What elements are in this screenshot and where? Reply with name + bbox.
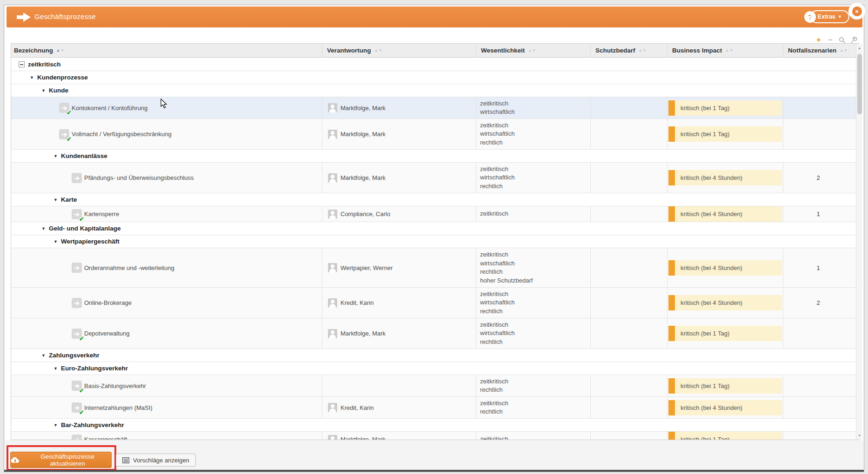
checked-icon: ✔ — [79, 387, 84, 394]
impact-badge: kritisch (bei 1 Tag) — [668, 432, 782, 440]
column-header-bezeichnung[interactable]: Bezeichnung▲▼ — [11, 44, 322, 57]
tree-group-row[interactable]: ▼Kundenanlässe — [11, 150, 859, 163]
process-row[interactable]: ➔Online-BrokerageKredit, Karinzeitkritis… — [11, 288, 859, 318]
sort-arrows-icon[interactable]: ▲▼ — [374, 48, 382, 53]
tree-group-row[interactable]: ▼Karte — [11, 193, 859, 206]
impact-severity-bar — [668, 326, 675, 341]
process-row[interactable]: ➔✔Basis-Zahlungsverkehrzeitkritischrecht… — [11, 375, 859, 397]
group-label: Bar-Zahlungsverkehr — [61, 421, 124, 428]
process-icon: ➔✔ — [72, 402, 82, 413]
process-row[interactable]: ➔✔Kontokorrent / KontoführungMarktfolge,… — [11, 97, 859, 119]
scroll-up-icon[interactable]: ▲ — [856, 45, 862, 51]
process-name: Orderannahme und -weiterleitung — [84, 264, 174, 271]
protection-need-cell — [591, 375, 668, 396]
collapse-triangle-icon[interactable]: ▼ — [53, 423, 58, 428]
collapse-triangle-icon[interactable]: ▼ — [41, 353, 46, 358]
person-icon — [328, 173, 337, 183]
impact-badge: kritisch (bei 4 Stunden) — [668, 400, 782, 415]
impact-badge: kritisch (bei 1 Tag) — [668, 326, 782, 341]
process-row[interactable]: ➔✔DepotverwaltungMarktfolge, Markzeitkri… — [11, 318, 859, 349]
search-icon[interactable] — [838, 36, 846, 44]
sort-arrows-icon[interactable]: ▲▼ — [56, 48, 64, 53]
impact-severity-bar — [668, 100, 675, 116]
group-label: Wertpapiergeschäft — [61, 238, 120, 245]
impact-badge: kritisch (bei 4 Stunden) — [668, 260, 782, 276]
show-suggestions-button[interactable]: Vorschläge anzeigen — [116, 454, 196, 467]
materiality-list: zeitkritischwirtschaftlichrechtlich — [480, 321, 514, 347]
person-icon — [328, 210, 337, 219]
tree-group-row[interactable]: ▼Bar-Zahlungsverkehr — [11, 419, 859, 432]
responsible-person: Kredit, Karin — [341, 299, 374, 306]
impact-label: kritisch (bei 1 Tag) — [675, 382, 729, 389]
tree-group-row[interactable]: ▼Kunde — [11, 84, 859, 97]
collapse-triangle-icon[interactable]: ▼ — [41, 88, 46, 93]
process-row[interactable]: ➔Orderannahme und -weiterleitungWertpapi… — [11, 248, 859, 288]
materiality-list: zeitkritischwirtschaftlichrechtlich — [480, 165, 514, 191]
extras-button[interactable]: Extras ▼ — [810, 10, 849, 23]
process-row[interactable]: ➔KassengeschäftMarktfolge, Markzeitkriti… — [11, 432, 859, 440]
person-icon — [328, 103, 337, 112]
responsible-person: Marktfolge, Mark — [341, 174, 386, 181]
tree-group-row[interactable]: ▼Geld- und Kapitalanlage — [11, 222, 859, 235]
process-name: Kassengeschäft — [84, 436, 127, 440]
process-name: Depotverwaltung — [84, 330, 130, 337]
column-header-business_impact[interactable]: Business Impact▲▼ — [668, 44, 783, 57]
collapse-triangle-icon[interactable]: ▼ — [53, 366, 58, 371]
process-row[interactable]: ➔✔KartensperreCompliance, Carlozeitkriti… — [11, 206, 859, 222]
checked-icon: ✔ — [79, 409, 84, 416]
person-icon — [328, 403, 337, 412]
column-label: Wesentlichkeit — [481, 47, 525, 54]
protection-need-cell — [591, 288, 668, 318]
impact-severity-bar — [668, 206, 675, 222]
responsible-person: Wertpapier, Werner — [341, 264, 393, 271]
scenario-count — [783, 119, 853, 149]
collapse-triangle-icon[interactable]: ▼ — [53, 198, 58, 202]
tree-group-row[interactable]: ▼Wertpapiergeschäft — [11, 235, 859, 248]
sort-arrows-icon[interactable]: ▲▼ — [840, 48, 848, 53]
collapse-triangle-icon[interactable]: ▼ — [41, 226, 46, 231]
scrollbar-thumb[interactable] — [857, 54, 862, 114]
tree-group-row[interactable]: ▼Euro-Zahlungsverkehr — [11, 362, 859, 375]
collapse-triangle-icon[interactable]: ▼ — [30, 75, 34, 80]
collapse-triangle-icon[interactable]: ▼ — [53, 239, 58, 244]
impact-label: kritisch (bei 4 Stunden) — [675, 211, 742, 217]
group-label: Zahlungsverkehr — [49, 352, 100, 359]
protection-need-cell — [591, 206, 668, 222]
sort-arrows-icon[interactable]: ▲▼ — [528, 48, 536, 53]
column-header-wesentlichkeit[interactable]: Wesentlichkeit▲▼ — [476, 44, 591, 57]
table-header-row: Bezeichnung▲▼Verantwortung▲▼Wesentlichke… — [11, 44, 859, 58]
process-icon: ➔ — [72, 434, 82, 440]
column-header-notfallszenarien[interactable]: Notfallszenarien▲▼ — [783, 44, 853, 57]
process-row[interactable]: ➔Pfändungs- und ÜberweisungsbeschlussMar… — [11, 163, 859, 193]
settings-wrench-icon[interactable] — [850, 36, 857, 44]
sort-arrows-icon[interactable]: ▲▼ — [725, 48, 733, 53]
group-label: Karte — [61, 196, 77, 203]
scroll-down-icon[interactable]: ▼ — [856, 432, 862, 439]
group-label: Geld- und Kapitalanlage — [49, 225, 121, 232]
process-row[interactable]: ➔✔Vollmacht / VerfügungsbeschränkungMark… — [11, 119, 859, 150]
column-header-schutzbedarf[interactable]: Schutzbedarf▲▼ — [591, 44, 668, 57]
process-icon: ➔ — [72, 173, 82, 183]
collapse-minus-icon[interactable] — [19, 61, 25, 67]
update-processes-button[interactable]: Geschäftsprozesse aktualisieren — [10, 452, 112, 468]
impact-severity-bar — [668, 260, 675, 276]
remove-icon[interactable]: − — [827, 36, 834, 44]
add-icon[interactable]: + — [815, 36, 822, 44]
tree-group-row[interactable]: ▼Kundenprozesse — [11, 71, 859, 84]
impact-severity-bar — [668, 126, 675, 142]
vertical-scrollbar[interactable]: ▲ ▼ — [856, 44, 862, 440]
checked-icon: ✔ — [79, 335, 84, 342]
impact-severity-bar — [668, 295, 675, 310]
collapse-triangle-icon[interactable]: ▼ — [53, 154, 58, 158]
sort-arrows-icon[interactable]: ▲▼ — [639, 48, 647, 53]
close-icon[interactable]: × — [852, 7, 862, 16]
column-header-verantwortung[interactable]: Verantwortung▲▼ — [322, 44, 476, 57]
tree-group-row[interactable]: ▼Zahlungsverkehr — [11, 349, 859, 362]
materiality-list: zeitkritischwirtschaftlich — [480, 99, 514, 117]
process-row[interactable]: ➔✔Internetzahlungen (MaSI)Kredit, Karinz… — [11, 397, 859, 419]
process-name: Kontokorrent / Kontoführung — [72, 105, 147, 112]
impact-label: kritisch (bei 4 Stunden) — [675, 264, 742, 271]
tree-group-row[interactable]: zeitkritisch — [11, 58, 859, 71]
column-label: Business Impact — [672, 47, 722, 54]
impact-severity-bar — [668, 432, 675, 440]
